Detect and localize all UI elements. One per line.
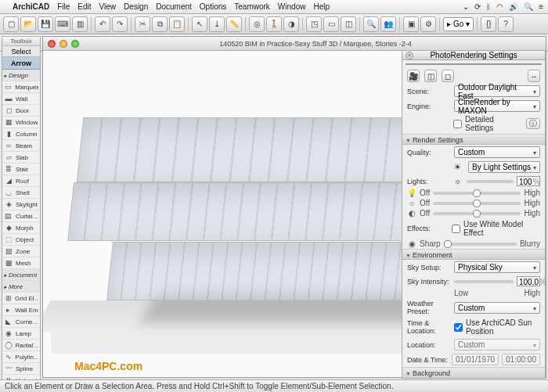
section-button[interactable]: ◳ [306,16,322,32]
menu-teamwork[interactable]: Teamwork [234,2,270,11]
tool-morph[interactable]: ◆Morph [2,222,40,234]
wifi-signal-icon[interactable]: ◠ [496,2,503,11]
panel-header[interactable]: × PhotoRendering Settings [402,51,545,60]
tool-mesh[interactable]: ▩Mesh [2,257,40,269]
use-sun-checkbox[interactable]: Use ArchiCAD Sun Position [454,318,540,336]
weather-select[interactable]: Custom [454,302,540,314]
more-section[interactable]: More [2,281,40,293]
sky-intensity-slider[interactable] [454,280,514,283]
menu-options[interactable]: Options [200,2,226,11]
menu-window[interactable]: Window [278,2,306,11]
tool-zone[interactable]: ▨Zone [2,246,40,257]
tool-roof[interactable]: ◢Roof [2,175,40,187]
print-button[interactable]: ⌨ [55,16,70,32]
copy-button[interactable]: ⧉ [152,16,168,32]
lights-value-field[interactable]: 100% [517,176,540,186]
render-size-button[interactable]: ↔ [528,70,540,82]
info-icon[interactable]: ⓘ [526,118,540,129]
detailed-settings-checkbox[interactable]: Detailed Settings [453,115,523,132]
doc-minimize-button[interactable] [59,40,67,48]
tool-lamp[interactable]: ◉Lamp [2,328,40,340]
tool-shell[interactable]: ◡Shell [2,187,40,199]
sun-slider[interactable] [433,202,521,205]
menu-design[interactable]: Design [124,2,148,11]
menu-file[interactable]: File [57,2,70,11]
undo-button[interactable]: ↶ [95,16,110,32]
scene-select[interactable]: Outdoor Daylight Fast [454,85,540,97]
doc-zoom-button[interactable] [71,40,79,48]
render-start-button[interactable]: 🎥 [407,70,420,82]
sharpness-slider[interactable] [444,243,517,246]
menu-document[interactable]: Document [156,2,192,11]
tool-spline[interactable]: 〰Spline [2,363,40,375]
light-settings-select[interactable]: By Light Settings [468,161,540,173]
menu-view[interactable]: View [99,2,117,11]
tool-marquee[interactable]: ▭Marquee [2,81,40,93]
engine-select[interactable]: CineRender by MAXON [454,100,540,112]
settings-button[interactable]: ⚙ [420,16,436,32]
walk-button[interactable]: 🚶 [266,16,282,32]
redo-button[interactable]: ↷ [112,16,128,32]
tool-object[interactable]: ⬚Object [2,234,40,246]
background-section[interactable]: Background [402,367,545,378]
tool-wall-end[interactable]: ▸Wall End [2,304,40,316]
new-button[interactable]: ▢ [3,16,19,32]
notifications-icon[interactable]: ≡ [539,2,543,11]
design-section[interactable]: Design [2,70,40,81]
wifi-icon[interactable]: ⌄ [463,2,469,11]
script-button[interactable]: {} [481,16,496,32]
toolbox-select-row[interactable]: Select [2,46,40,57]
panel-close-button[interactable]: × [406,52,413,59]
sync-icon[interactable]: ⟳ [474,2,481,11]
tool-column[interactable]: ▮Column [2,128,40,140]
search-icon[interactable]: 🔍 [524,2,533,11]
tool-slab[interactable]: ▱Slab [2,152,40,164]
tool-beam[interactable]: ═Beam [2,140,40,152]
tool-wall[interactable]: ▬Wall [2,93,40,105]
tool-skylight[interactable]: ◈Skylight [2,199,40,210]
tool-polylin-[interactable]: ∿Polylin… [2,351,40,363]
arrow-tool-active[interactable]: Arrow [2,57,40,70]
eyedropper-button[interactable]: ⤓ [209,16,225,32]
white-model-checkbox[interactable]: Use White Model Effect [452,220,540,237]
render-settings-section[interactable]: Render Settings [402,134,545,145]
save-button[interactable]: 💾 [38,16,53,32]
lamp-slider[interactable] [433,192,521,195]
volume-icon[interactable]: 🔊 [509,2,518,11]
pick-button[interactable]: ↖ [192,16,207,32]
help-button[interactable]: ? [498,16,514,32]
document-section[interactable]: Document [2,269,40,281]
environment-section[interactable]: Environment [402,249,545,260]
menu-help[interactable]: Help [313,2,330,11]
measure-button[interactable]: 📏 [226,16,242,32]
render-stop-button[interactable]: ◻ [442,70,454,82]
orbit-button[interactable]: ◎ [249,16,265,32]
render-button[interactable]: ▣ [403,16,419,32]
tool-door[interactable]: ◻Door [2,105,40,117]
tool-grid-el-[interactable]: ⊞Grid El… [2,293,40,304]
ambient-slider[interactable] [433,212,521,215]
menu-edit[interactable]: Edit [78,2,91,11]
layer-button[interactable]: ◫ [341,16,356,32]
tool-curtai-[interactable]: ▤Curtai… [2,210,40,222]
open-button[interactable]: 📂 [20,16,36,32]
app-menu[interactable]: ArchiCAD [13,2,49,11]
tool-window[interactable]: ▦Window [2,117,40,128]
find-button[interactable]: 🔍 [363,16,379,32]
cut-button[interactable]: ✂ [135,16,150,32]
explore-button[interactable]: ◑ [283,16,299,32]
lights-slider[interactable] [467,180,514,183]
paste-button[interactable]: 📋 [169,16,185,32]
elevation-button[interactable]: ▭ [323,16,339,32]
doc-close-button[interactable] [48,40,56,48]
tool-corne-[interactable]: ◣Corne… [2,316,40,328]
sky-intensity-field[interactable]: 100.0% [517,276,540,286]
quality-select[interactable]: Custom [454,146,540,158]
tool-radial-[interactable]: ◯Radial… [2,340,40,351]
sky-setup-select[interactable]: Physical Sky [454,261,540,273]
teamwork-button[interactable]: 👥 [380,16,396,32]
render-region-button[interactable]: ◫ [424,70,437,82]
plot-button[interactable]: ▥ [72,16,88,32]
tool-stair[interactable]: ≣Stair [2,164,40,175]
bluetooth-icon[interactable]: ᛒ [486,2,491,11]
